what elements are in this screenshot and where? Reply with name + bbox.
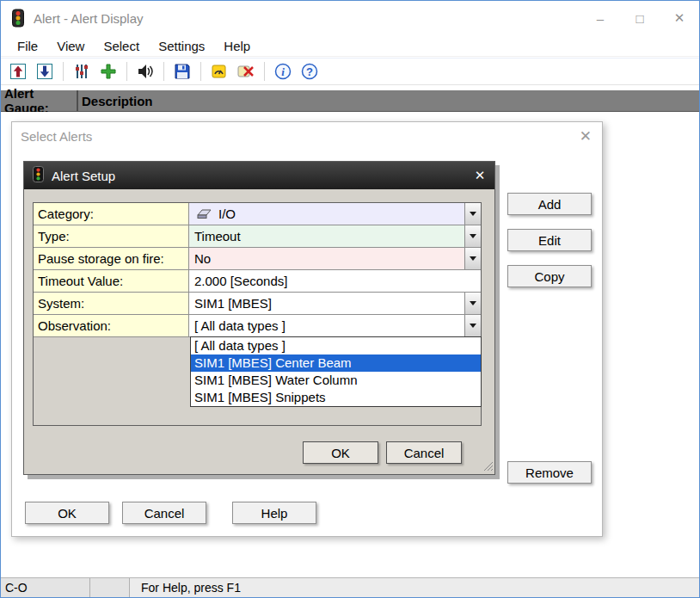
toolbar-separator — [264, 62, 265, 81]
info-icon: i — [273, 62, 292, 81]
toolbar: i ? — [1, 58, 699, 85]
alert-setup-cancel-button[interactable]: Cancel — [386, 441, 462, 464]
filter-sliders-button[interactable] — [70, 60, 94, 83]
menu-select[interactable]: Select — [94, 39, 149, 53]
add-alert-button[interactable]: Add — [507, 193, 592, 215]
statusbar-segment — [90, 578, 130, 597]
app-window: Alert - Alert Display – □ ✕ File View Se… — [0, 0, 700, 598]
dropdown-option-all-data-types[interactable]: [ All data types ] — [191, 337, 481, 354]
info-button[interactable]: i — [271, 60, 295, 83]
save-button[interactable] — [170, 60, 194, 83]
alert-setup-close-icon[interactable]: ✕ — [465, 162, 494, 189]
dropdown-option-snippets[interactable]: SIM1 [MBES] Snippets — [191, 389, 481, 406]
remove-alert-button[interactable]: Remove — [507, 461, 592, 484]
system-combobox[interactable]: SIM1 [MBES] — [189, 293, 481, 314]
io-device-icon — [194, 208, 213, 219]
pause-storage-dropdown-button[interactable] — [464, 248, 481, 269]
timeout-value-field[interactable]: 2.000 [Seconds] — [189, 270, 481, 292]
help-icon: ? — [300, 62, 319, 81]
dropdown-option-center-beam-selected[interactable]: SIM1 [MBES] Center Beam — [191, 354, 481, 372]
maximize-button[interactable]: □ — [620, 1, 660, 35]
statusbar-message: For Help, press F1 — [130, 581, 241, 595]
alert-gauge-remove-button[interactable] — [234, 60, 258, 83]
type-value: Timeout — [194, 229, 241, 244]
edit-alert-button[interactable]: Edit — [507, 229, 592, 251]
menu-view[interactable]: View — [47, 39, 94, 53]
move-up-button[interactable] — [6, 60, 30, 83]
type-label: Type: — [34, 225, 189, 247]
toolbar-separator — [200, 62, 201, 81]
timeout-value-label: Timeout Value: — [34, 270, 189, 292]
category-dropdown-button[interactable] — [464, 203, 481, 225]
pause-storage-label: Pause storage on fire: — [34, 248, 189, 269]
titlebar: Alert - Alert Display – □ ✕ — [1, 1, 699, 35]
statusbar-mode: C-O — [1, 578, 90, 597]
select-alerts-cancel-button[interactable]: Cancel — [122, 502, 206, 524]
svg-text:?: ? — [306, 65, 313, 78]
type-combobox[interactable]: Timeout — [189, 225, 481, 247]
resize-grip[interactable] — [482, 459, 494, 475]
move-down-button[interactable] — [33, 60, 57, 83]
observation-dropdown-list: [ All data types ] SIM1 [MBES] Center Be… — [190, 336, 482, 407]
menu-settings[interactable]: Settings — [149, 39, 214, 53]
alert-gauge-add-button[interactable] — [207, 60, 231, 83]
category-combobox[interactable]: I/O — [189, 203, 481, 225]
observation-dropdown-button[interactable] — [464, 315, 481, 336]
help-button[interactable]: ? — [298, 60, 322, 83]
column-alert-gauge[interactable]: Alert Gauge: — [1, 86, 77, 115]
toolbar-separator — [126, 62, 127, 81]
menu-file[interactable]: File — [8, 39, 47, 53]
toolbar-separator — [63, 62, 64, 81]
statusbar-mode-text: C-O — [5, 581, 28, 595]
chevron-down-icon — [470, 212, 476, 216]
select-alerts-ok-button[interactable]: OK — [25, 502, 109, 524]
pause-storage-combobox[interactable]: No — [189, 248, 481, 269]
field-row-system: System: SIM1 [MBES] — [34, 293, 481, 315]
speaker-icon — [136, 62, 155, 81]
alert-gauge-remove-icon — [236, 62, 255, 81]
observation-value: [ All data types ] — [194, 318, 286, 333]
system-dropdown-button[interactable] — [464, 293, 481, 314]
close-button[interactable]: ✕ — [660, 1, 699, 35]
move-up-icon — [9, 62, 28, 81]
traffic-light-icon — [33, 166, 44, 185]
select-alerts-title: Select Alerts — [21, 129, 92, 144]
alert-setup-title: Alert Setup — [52, 169, 465, 183]
filter-sliders-icon — [72, 62, 91, 81]
menubar: File View Select Settings Help — [1, 35, 699, 57]
alert-gauge-icon — [210, 62, 229, 81]
select-alerts-close-icon[interactable]: ✕ — [580, 127, 592, 145]
observation-combobox[interactable]: [ All data types ] — [189, 315, 481, 336]
pause-storage-value: No — [194, 251, 211, 266]
observation-label: Observation: — [34, 315, 189, 336]
chevron-down-icon — [470, 301, 476, 305]
dropdown-option-water-column[interactable]: SIM1 [MBES] Water Column — [191, 372, 481, 389]
svg-text:i: i — [281, 65, 285, 78]
field-row-timeout-value: Timeout Value: 2.000 [Seconds] — [34, 270, 481, 293]
timeout-value: 2.000 [Seconds] — [194, 274, 287, 288]
copy-alert-button[interactable]: Copy — [507, 265, 592, 287]
sound-button[interactable] — [133, 60, 157, 83]
category-value: I/O — [218, 207, 236, 221]
window-title: Alert - Alert Display — [34, 11, 580, 26]
chevron-down-icon — [470, 256, 476, 261]
select-alerts-dialog: Select Alerts ✕ Add Edit Copy Remove OK … — [11, 121, 603, 537]
field-row-type: Type: Timeout — [34, 225, 481, 248]
minimize-button[interactable]: – — [580, 1, 620, 35]
alert-setup-titlebar: Alert Setup ✕ — [24, 162, 494, 189]
toolbar-separator — [163, 62, 164, 81]
chevron-down-icon — [470, 324, 476, 328]
field-row-category: Category: I/O — [34, 203, 481, 225]
type-dropdown-button[interactable] — [464, 225, 481, 247]
plus-icon — [99, 62, 118, 81]
save-icon — [173, 62, 192, 81]
menu-help[interactable]: Help — [214, 39, 260, 53]
traffic-light-icon — [11, 9, 25, 28]
column-description[interactable]: Description — [78, 94, 153, 108]
select-alerts-help-button[interactable]: Help — [232, 502, 316, 524]
statusbar: C-O For Help, press F1 — [1, 577, 699, 597]
chevron-down-icon — [470, 234, 476, 238]
add-button[interactable] — [96, 60, 120, 83]
field-row-pause-storage: Pause storage on fire: No — [34, 248, 481, 270]
alert-setup-ok-button[interactable]: OK — [303, 441, 378, 464]
